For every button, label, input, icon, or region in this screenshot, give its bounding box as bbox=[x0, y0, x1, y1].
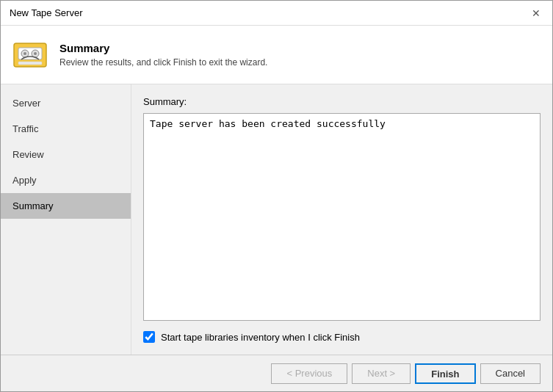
summary-textarea[interactable] bbox=[143, 113, 541, 321]
inventory-checkbox[interactable] bbox=[143, 331, 155, 343]
content-area: Server Traffic Review Apply Summary Summ… bbox=[1, 84, 552, 355]
title-bar: New Tape Server ✕ bbox=[1, 1, 552, 26]
svg-point-3 bbox=[24, 52, 26, 55]
header-description: Review the results, and click Finish to … bbox=[59, 57, 267, 68]
svg-point-5 bbox=[34, 52, 37, 55]
cancel-button[interactable]: Cancel bbox=[480, 363, 541, 384]
sidebar: Server Traffic Review Apply Summary bbox=[1, 84, 131, 355]
sidebar-item-review[interactable]: Review bbox=[1, 142, 131, 167]
header-heading: Summary bbox=[59, 42, 267, 54]
header: Summary Review the results, and click Fi… bbox=[1, 26, 552, 84]
finish-button[interactable]: Finish bbox=[415, 363, 475, 384]
summary-label: Summary: bbox=[143, 96, 541, 107]
close-button[interactable]: ✕ bbox=[529, 6, 543, 21]
footer: < Previous Next > Finish Cancel bbox=[1, 355, 552, 391]
sidebar-item-apply[interactable]: Apply bbox=[1, 167, 131, 193]
next-button[interactable]: Next > bbox=[352, 363, 411, 384]
sidebar-item-server[interactable]: Server bbox=[1, 90, 131, 116]
sidebar-item-traffic[interactable]: Traffic bbox=[1, 116, 131, 142]
tape-icon bbox=[12, 37, 48, 73]
previous-button[interactable]: < Previous bbox=[271, 363, 347, 384]
main-panel: Summary: Start tape libraries inventory … bbox=[131, 84, 552, 355]
new-tape-server-dialog: New Tape Server ✕ bbox=[0, 0, 553, 392]
dialog-title: New Tape Server bbox=[10, 7, 82, 18]
checkbox-row: Start tape libraries inventory when I cl… bbox=[143, 331, 541, 343]
header-text: Summary Review the results, and click Fi… bbox=[59, 42, 267, 68]
sidebar-item-summary[interactable]: Summary bbox=[1, 193, 131, 219]
inventory-checkbox-label[interactable]: Start tape libraries inventory when I cl… bbox=[161, 332, 360, 343]
svg-rect-6 bbox=[18, 62, 42, 65]
